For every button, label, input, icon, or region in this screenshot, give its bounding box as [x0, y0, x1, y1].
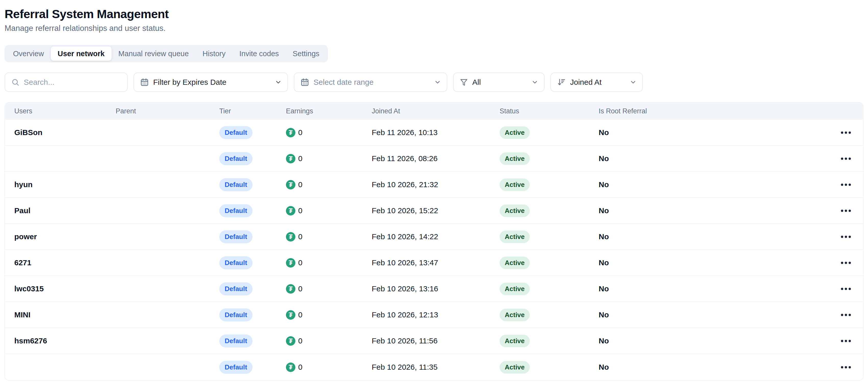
- row-actions-button[interactable]: [836, 125, 856, 140]
- date-range-dropdown[interactable]: Select date range: [294, 72, 447, 92]
- status-filter-dropdown[interactable]: All: [453, 72, 545, 92]
- ellipsis-icon: [841, 210, 843, 212]
- ellipsis-icon: [841, 158, 843, 160]
- earnings-value: 0: [298, 258, 303, 267]
- joined-at: Feb 10 2026, 21:32: [372, 180, 500, 189]
- tab-manual-review-queue[interactable]: Manual review queue: [112, 46, 196, 61]
- sort-dropdown[interactable]: Joined At: [550, 72, 643, 92]
- chevron-down-icon: [275, 78, 282, 86]
- tether-icon: ₮: [286, 180, 296, 189]
- tether-icon: ₮: [286, 232, 296, 242]
- tab-user-network[interactable]: User network: [51, 46, 112, 61]
- user-name: power: [14, 232, 116, 241]
- column-header-status: Status: [500, 107, 599, 115]
- ellipsis-icon: [841, 262, 843, 264]
- filter-funnel-icon: [460, 78, 468, 86]
- joined-at: Feb 10 2026, 14:22: [372, 232, 500, 241]
- row-actions-button[interactable]: [836, 177, 856, 192]
- table-header: Users Parent Tier Earnings Joined At Sta…: [5, 102, 863, 120]
- row-actions-button[interactable]: [836, 359, 856, 375]
- earnings-value: 0: [298, 180, 303, 189]
- user-name: hsm6276: [14, 337, 116, 345]
- user-network-table: Users Parent Tier Earnings Joined At Sta…: [5, 102, 863, 380]
- tier-badge: Default: [219, 230, 252, 243]
- status-badge: Active: [500, 153, 530, 165]
- row-actions-button[interactable]: [836, 333, 856, 349]
- row-actions-button[interactable]: [836, 229, 856, 244]
- joined-at: Feb 11 2026, 08:26: [372, 154, 500, 163]
- expires-date-filter-dropdown[interactable]: Filter by Expires Date: [133, 72, 288, 92]
- user-name: lwc0315: [14, 284, 116, 293]
- chevron-down-icon: [531, 78, 538, 86]
- ellipsis-icon: [841, 366, 843, 369]
- is-root-referral: No: [599, 311, 830, 319]
- tether-icon: ₮: [286, 336, 296, 346]
- table-row: lwc0315 Default ₮ 0 Feb 10 2026, 13:16 A…: [5, 276, 863, 302]
- tab-overview[interactable]: Overview: [6, 46, 51, 61]
- status-badge: Active: [500, 230, 530, 243]
- row-actions-button[interactable]: [836, 151, 856, 166]
- row-actions-button[interactable]: [836, 307, 856, 322]
- earnings-value: 0: [298, 154, 303, 163]
- column-header-is-root-referral: Is Root Referral: [599, 107, 830, 115]
- joined-at: Feb 10 2026, 15:22: [372, 206, 500, 215]
- table-body: GiBSon Default ₮ 0 Feb 11 2026, 10:13 Ac…: [5, 120, 863, 380]
- joined-at: Feb 11 2026, 10:13: [372, 128, 500, 137]
- earnings-cell: ₮ 0: [286, 362, 372, 372]
- status-badge: Active: [500, 361, 530, 374]
- status-badge: Active: [500, 126, 530, 139]
- status-badge: Active: [500, 204, 530, 217]
- chevron-down-icon: [434, 78, 441, 86]
- status-badge: Active: [500, 309, 530, 321]
- status-badge: Active: [500, 179, 530, 191]
- earnings-cell: ₮ 0: [286, 232, 372, 242]
- earnings-cell: ₮ 0: [286, 310, 372, 320]
- table-row: Paul Default ₮ 0 Feb 10 2026, 15:22 Acti…: [5, 198, 863, 224]
- user-name: Paul: [14, 206, 116, 215]
- tier-badge: Default: [219, 152, 252, 165]
- row-actions-button[interactable]: [836, 255, 856, 270]
- user-name: GiBSon: [14, 128, 116, 137]
- row-actions-button[interactable]: [836, 203, 856, 218]
- user-name: 6271: [14, 258, 116, 267]
- status-badge: Active: [500, 283, 530, 295]
- joined-at: Feb 10 2026, 12:13: [372, 311, 500, 319]
- tier-badge: Default: [219, 334, 252, 348]
- sort-descending-icon: [557, 78, 566, 87]
- column-header-joined-at: Joined At: [372, 107, 500, 115]
- ellipsis-icon: [841, 184, 843, 186]
- user-name: hyun: [14, 180, 116, 189]
- row-actions-button[interactable]: [836, 281, 856, 296]
- earnings-value: 0: [298, 232, 303, 241]
- tier-badge: Default: [219, 309, 252, 321]
- tier-badge: Default: [219, 204, 252, 217]
- is-root-referral: No: [599, 363, 830, 372]
- tier-badge: Default: [219, 361, 252, 374]
- earnings-cell: ₮ 0: [286, 258, 372, 267]
- table-row: power Default ₮ 0 Feb 10 2026, 14:22 Act…: [5, 224, 863, 250]
- tab-history[interactable]: History: [195, 46, 232, 61]
- search-box[interactable]: [5, 72, 128, 92]
- tether-icon: ₮: [286, 362, 296, 372]
- column-header-tier: Tier: [219, 107, 286, 115]
- filter-bar: Filter by Expires Date Sele: [5, 72, 863, 92]
- is-root-referral: No: [599, 154, 830, 163]
- earnings-cell: ₮ 0: [286, 206, 372, 216]
- sort-label: Joined At: [570, 78, 601, 87]
- table-row: Default ₮ 0 Feb 11 2026, 08:26 Active No: [5, 146, 863, 172]
- tab-invite-codes[interactable]: Invite codes: [232, 46, 286, 61]
- earnings-cell: ₮ 0: [286, 154, 372, 163]
- is-root-referral: No: [599, 128, 830, 137]
- calendar-icon: [140, 78, 149, 87]
- earnings-cell: ₮ 0: [286, 128, 372, 137]
- table-row: Default ₮ 0 Feb 10 2026, 11:35 Active No: [5, 354, 863, 380]
- search-input[interactable]: [23, 77, 124, 87]
- table-row: hyun Default ₮ 0 Feb 10 2026, 21:32 Acti…: [5, 172, 863, 198]
- search-icon: [11, 78, 20, 86]
- table-row: 6271 Default ₮ 0 Feb 10 2026, 13:47 Acti…: [5, 250, 863, 276]
- tab-settings[interactable]: Settings: [286, 46, 326, 61]
- tether-icon: ₮: [286, 258, 296, 267]
- status-filter-label: All: [472, 78, 481, 87]
- column-header-users: Users: [14, 107, 116, 115]
- joined-at: Feb 10 2026, 13:47: [372, 258, 500, 267]
